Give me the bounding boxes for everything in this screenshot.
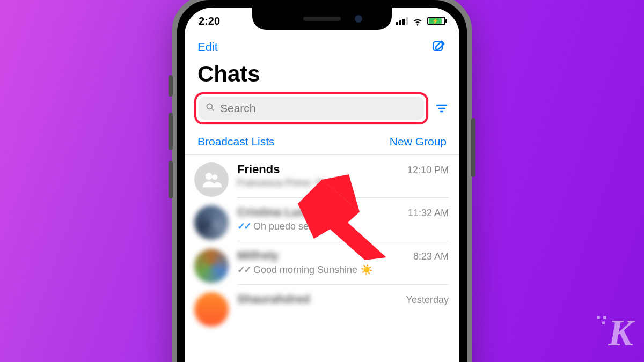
chat-preview: ✓✓ Good morning Sunshine ☀️ <box>237 264 449 276</box>
volume-down-button <box>169 161 173 198</box>
sun-emoji: ☀️ <box>361 264 372 276</box>
cellular-signal-icon <box>395 17 408 25</box>
chat-row[interactable]: Milfrely 8:23 AM ✓✓ Good morning Sunshin… <box>185 241 459 285</box>
filter-button[interactable] <box>434 102 450 115</box>
chat-row[interactable]: Friends 12:10 PM Francesca Primo: Sti… <box>185 155 459 198</box>
compose-button[interactable] <box>431 39 447 56</box>
search-highlight-annotation <box>194 92 428 124</box>
edit-button[interactable]: Edit <box>197 40 218 54</box>
chat-name: Cristina Luna <box>237 205 313 219</box>
svg-line-2 <box>212 109 214 111</box>
chat-time: Yesterday <box>406 294 449 306</box>
new-group-link[interactable]: New Group <box>390 135 447 148</box>
chat-name: Friends <box>237 162 280 176</box>
chat-preview: Francesca Primo: Sti… <box>237 178 449 189</box>
svg-point-7 <box>212 174 217 180</box>
avatar-group-icon <box>194 162 229 197</box>
power-button <box>471 118 475 177</box>
sublinks-row: Broadcast Lists New Group <box>185 130 459 155</box>
search-input[interactable] <box>220 102 418 115</box>
chat-preview: ✓✓ Oh puedo ser eso <box>237 220 449 232</box>
battery-charging-icon: ⚡ <box>427 17 445 25</box>
read-ticks-icon: ✓✓ <box>237 220 250 232</box>
avatar <box>194 205 229 240</box>
svg-point-1 <box>207 104 212 109</box>
phone-frame: 2:20 ⚡ Edit <box>172 0 472 362</box>
avatar <box>194 292 229 327</box>
watermark-dots-icon: ▪▪ ▪ <box>596 315 609 326</box>
nav-bar: Edit <box>185 34 459 60</box>
search-icon <box>205 102 216 115</box>
search-row <box>185 92 459 130</box>
speaker-grille <box>303 17 341 21</box>
stage: 2:20 ⚡ Edit <box>0 0 644 362</box>
chat-time: 8:23 AM <box>413 251 449 262</box>
mute-switch <box>169 75 173 97</box>
wifi-icon <box>412 15 423 27</box>
chat-row[interactable]: Shaurahdred Yesterday <box>185 285 459 327</box>
svg-point-6 <box>206 173 213 180</box>
chat-time: 12:10 PM <box>407 165 449 176</box>
phone-screen: 2:20 ⚡ Edit <box>185 8 459 362</box>
chat-row[interactable]: Cristina Luna 11:32 AM ✓✓ Oh puedo ser e… <box>185 198 459 241</box>
broadcast-lists-link[interactable]: Broadcast Lists <box>197 135 275 148</box>
search-field[interactable] <box>199 97 424 120</box>
avatar <box>194 249 229 283</box>
chat-name: Shaurahdred <box>237 292 310 306</box>
status-time: 2:20 <box>199 15 220 27</box>
chat-time: 11:32 AM <box>408 208 449 219</box>
volume-up-button <box>169 113 173 150</box>
delivered-ticks-icon: ✓✓ <box>237 264 250 276</box>
page-title: Chats <box>185 60 459 92</box>
watermark: ▪▪ ▪ K <box>608 312 632 354</box>
notch <box>252 8 392 30</box>
front-camera <box>355 15 362 23</box>
chat-name: Milfrely <box>237 249 279 263</box>
